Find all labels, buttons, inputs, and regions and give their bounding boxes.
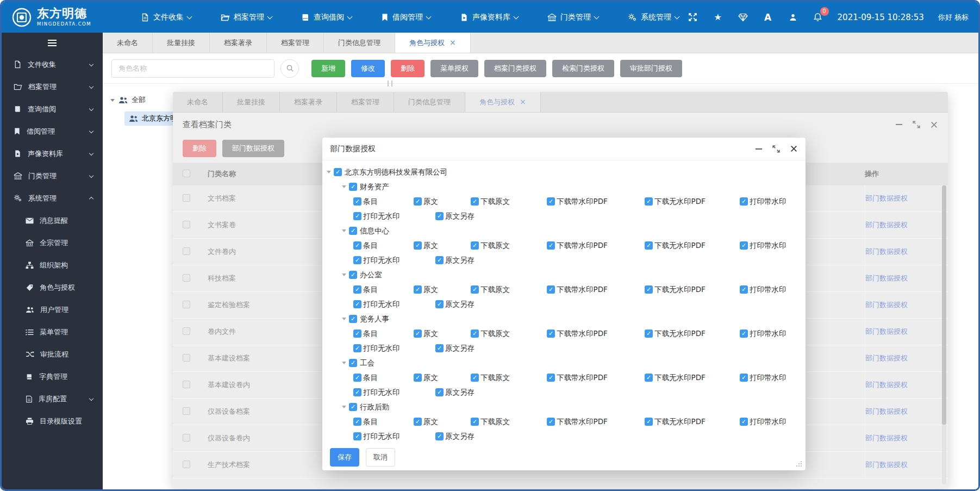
- dept-data-auth-link[interactable]: 部门数据授权: [865, 433, 908, 443]
- checkbox-checked-icon[interactable]: [435, 212, 444, 220]
- checkbox-checked-icon[interactable]: [414, 330, 422, 338]
- checkbox-checked-icon[interactable]: [349, 315, 357, 323]
- delete-button[interactable]: 删除: [391, 60, 425, 77]
- dept-data-auth-link[interactable]: 部门数据授权: [865, 274, 908, 283]
- nav-item-system-manage[interactable]: 系统管理: [628, 13, 679, 22]
- checkbox-checked-icon[interactable]: [471, 241, 479, 250]
- perm-save-original[interactable]: 原文另存: [435, 432, 475, 442]
- perm-download-no-watermark-pdf[interactable]: 下载无水印PDF: [645, 241, 740, 251]
- sidebar-item-catalog-template[interactable]: 目录模版设置: [2, 410, 103, 432]
- auth-button[interactable]: 菜单授权: [430, 60, 478, 77]
- minimize-icon[interactable]: [895, 120, 903, 129]
- perm-download-original[interactable]: 下载原文: [471, 197, 547, 207]
- checkbox-checked-icon[interactable]: [645, 241, 653, 250]
- perm-entry[interactable]: 条目: [353, 241, 414, 251]
- collapse-caret-icon[interactable]: [342, 185, 346, 188]
- perm-download-original[interactable]: 下载原文: [471, 285, 547, 295]
- checkbox-checked-icon[interactable]: [645, 418, 653, 426]
- checkbox-checked-icon[interactable]: [349, 227, 357, 235]
- sidebar-item-archive-manage[interactable]: 档案管理: [2, 76, 103, 98]
- cancel-button[interactable]: 取消: [366, 448, 395, 467]
- perm-download-no-watermark-pdf[interactable]: 下载无水印PDF: [645, 329, 740, 339]
- checkbox-checked-icon[interactable]: [353, 344, 361, 352]
- tab-active-roles-auth[interactable]: 角色与授权: [395, 33, 471, 53]
- collapse-caret-icon[interactable]: [342, 274, 346, 276]
- perm-print-no-watermark[interactable]: 打印无水印: [353, 344, 435, 353]
- brand-logo[interactable]: 东方明德 MINGDEDATA.COM: [11, 7, 124, 28]
- perm-download-watermark-pdf[interactable]: 下载带水印PDF: [547, 285, 645, 295]
- checkbox-checked-icon[interactable]: [645, 330, 653, 338]
- perm-original[interactable]: 原文: [414, 285, 471, 295]
- checkbox-checked-icon[interactable]: [471, 197, 479, 206]
- checkbox-checked-icon[interactable]: [435, 300, 444, 308]
- sidebar-item-roles-auth[interactable]: 角色与授权: [2, 276, 103, 299]
- star-icon[interactable]: ★: [713, 12, 723, 23]
- checkbox-checked-icon[interactable]: [353, 197, 361, 206]
- perm-download-watermark-pdf[interactable]: 下载带水印PDF: [547, 197, 645, 207]
- scrollbar-thumb[interactable]: [942, 185, 946, 425]
- row-checkbox[interactable]: [183, 434, 190, 442]
- sidebar-item-media-library[interactable]: 声像资料库: [2, 142, 103, 165]
- checkbox-checked-icon[interactable]: [645, 285, 653, 294]
- perm-save-original[interactable]: 原文另存: [435, 388, 475, 397]
- row-checkbox[interactable]: [183, 354, 190, 362]
- checkbox-checked-icon[interactable]: [353, 256, 361, 264]
- user-icon[interactable]: [788, 12, 798, 23]
- dept-data-auth-link[interactable]: 部门数据授权: [865, 460, 908, 470]
- sidebar-item-storeroom-config[interactable]: 库房配置: [2, 388, 103, 410]
- perm-entry[interactable]: 条目: [353, 197, 414, 207]
- checkbox-checked-icon[interactable]: [353, 330, 361, 338]
- checkbox-checked-icon[interactable]: [353, 374, 361, 382]
- row-checkbox[interactable]: [183, 221, 190, 228]
- perm-download-watermark-pdf[interactable]: 下载带水印PDF: [547, 329, 645, 339]
- collapse-caret-icon[interactable]: [342, 318, 346, 320]
- sidebar-item-user-manage[interactable]: 用户管理: [2, 299, 103, 321]
- tab-close-icon[interactable]: [520, 92, 526, 112]
- checkbox-checked-icon[interactable]: [414, 374, 422, 382]
- perm-download-no-watermark-pdf[interactable]: 下载无水印PDF: [645, 285, 740, 295]
- close-icon[interactable]: [929, 120, 938, 129]
- auth-button[interactable]: 检索门类授权: [552, 60, 614, 77]
- tree-expand-caret-icon[interactable]: [110, 99, 115, 102]
- auth-button[interactable]: 档案门类授权: [484, 60, 546, 77]
- checkbox-checked-icon[interactable]: [471, 285, 479, 294]
- nav-item-borrow-manage[interactable]: 借阅管理: [381, 13, 430, 22]
- checkbox-checked-icon[interactable]: [547, 285, 555, 294]
- sidebar-item-category-manage[interactable]: 门类管理: [2, 165, 103, 187]
- font-size-icon[interactable]: A: [763, 12, 773, 23]
- perm-download-no-watermark-pdf[interactable]: 下载无水印PDF: [645, 417, 740, 427]
- sidebar-item-fonds-manage[interactable]: 全宗管理: [2, 232, 103, 254]
- checkbox-checked-icon[interactable]: [435, 344, 444, 352]
- row-checkbox[interactable]: [183, 407, 190, 415]
- tab-close-icon[interactable]: [450, 33, 456, 53]
- dept-data-auth-link[interactable]: 部门数据授权: [865, 407, 908, 417]
- row-checkbox[interactable]: [183, 247, 190, 255]
- dept-data-auth-link[interactable]: 部门数据授权: [865, 194, 908, 203]
- collapse-caret-icon[interactable]: [342, 362, 346, 364]
- perm-print-no-watermark[interactable]: 打印无水印: [353, 256, 435, 265]
- department-node[interactable]: 财务资产: [342, 179, 801, 194]
- department-node[interactable]: 信息中心: [342, 223, 801, 238]
- row-checkbox[interactable]: [183, 381, 190, 388]
- tab[interactable]: 批量挂接: [223, 92, 280, 112]
- row-checkbox[interactable]: [183, 461, 190, 468]
- checkbox-checked-icon[interactable]: [414, 241, 422, 250]
- perm-save-original[interactable]: 原文另存: [435, 256, 475, 265]
- perm-original[interactable]: 原文: [414, 241, 471, 251]
- department-node[interactable]: 办公室: [342, 268, 801, 282]
- notifications-bell-icon[interactable]: 0: [813, 12, 823, 23]
- checkbox-checked-icon[interactable]: [349, 183, 357, 191]
- fullscreen-icon[interactable]: [688, 12, 698, 23]
- perm-save-original[interactable]: 原文另存: [435, 300, 475, 309]
- checkbox-checked-icon[interactable]: [645, 197, 653, 206]
- perm-print-watermark[interactable]: 打印带水印: [740, 417, 787, 427]
- checkbox-checked-icon[interactable]: [645, 374, 653, 382]
- department-node[interactable]: 行政后勤: [342, 400, 801, 414]
- add-button[interactable]: 新增: [311, 60, 345, 77]
- collapse-caret-icon[interactable]: [327, 171, 331, 173]
- role-name-search-input[interactable]: [111, 59, 274, 78]
- perm-download-no-watermark-pdf[interactable]: 下载无水印PDF: [645, 197, 740, 207]
- checkbox-checked-icon[interactable]: [349, 271, 357, 279]
- maximize-icon[interactable]: [912, 120, 921, 129]
- checkbox-checked-icon[interactable]: [471, 330, 479, 338]
